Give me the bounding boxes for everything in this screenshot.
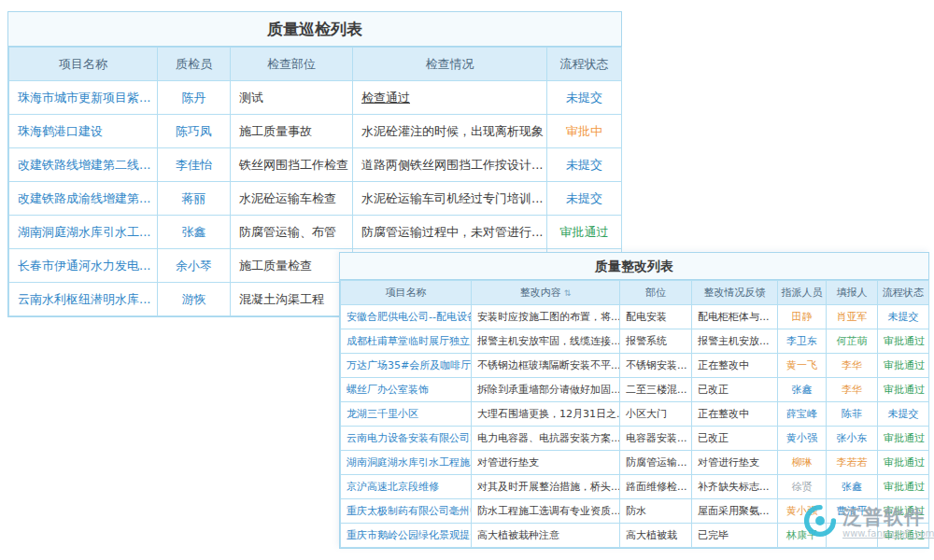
rectify-part: 配电安装: [620, 305, 692, 329]
inspection-part: 铁丝网围挡工作检查: [231, 148, 353, 182]
inspection-part: 施工质量检查: [231, 249, 353, 283]
rectify-content: 电力电容器、电抗器安装方案...: [472, 427, 620, 451]
project-name-link[interactable]: 珠海鹤港口建设: [9, 115, 158, 148]
rectify-content: 报警主机安放牢固，线缆连接...: [472, 329, 620, 354]
reporter-name: 肖亚军: [827, 305, 878, 329]
rectify-content: 安装时应按施工图的布置，将...: [472, 305, 620, 329]
rectify-row: 京沪高速北京段维修对其及时开展整治措施，桥头...路面维修检...补齐缺失标志.…: [341, 475, 929, 499]
inspector-name: 游恢: [158, 283, 231, 316]
project-name-link[interactable]: 万达广场35#会所及咖啡厅空...: [341, 354, 472, 378]
project-name-link[interactable]: 京沪高速北京段维修: [341, 475, 472, 499]
workflow-status: 审批通过: [878, 354, 929, 378]
inspection-part: 水泥砼运输车检查: [231, 182, 353, 216]
rectify-row: 成都杜甫草堂临时展厅独立展...报警主机安放牢固，线缆连接...报警系统报警主机…: [341, 329, 929, 354]
workflow-status: 未提交: [547, 81, 622, 115]
rectify-feedback: 正在整改中: [692, 402, 778, 427]
project-name-link[interactable]: 改建铁路成渝线增建第...: [9, 182, 158, 216]
workflow-status: 审批通过: [878, 427, 929, 451]
project-name-link[interactable]: 云南水利枢纽潜明水库...: [9, 283, 158, 316]
project-name-link[interactable]: 云南电力设备安装有限公司20...: [341, 427, 472, 451]
watermark: 泛普软件 www.fanpusoft.com: [803, 504, 934, 541]
rectify-feedback: 屋面采用聚氨...: [692, 499, 778, 524]
rectify-column-header: 项目名称: [341, 281, 472, 305]
rectify-content: 对管进行垫支: [472, 451, 620, 475]
sort-icon[interactable]: ⇅: [564, 288, 572, 298]
rectify-feedback: 补齐缺失标志...: [692, 475, 778, 499]
rectify-content: 防水工程施工选调有专业资质...: [472, 499, 620, 524]
rectify-feedback: 正在整改中: [692, 354, 778, 378]
project-name-link[interactable]: 安徽合肥供电公司--配电设备...: [341, 305, 472, 329]
rectify-content: 拆除到承重墙部分请做好加固...: [472, 378, 620, 402]
rectify-content: 大理石围墙更换，12月31日之...: [472, 402, 620, 427]
watermark-site: www.fanpusoft.com: [842, 528, 934, 539]
rectify-column-header: 整改内容⇅: [472, 281, 620, 305]
rectify-part: 防水: [620, 499, 692, 524]
rectify-part: 高大植被栽: [620, 524, 692, 548]
workflow-status: 审批通过: [878, 451, 929, 475]
inspection-situation: 水泥砼灌注的时候，出现离析现象: [353, 115, 547, 148]
rectify-part: 防腐管运输...: [620, 451, 692, 475]
project-name-link[interactable]: 成都杜甫草堂临时展厅独立展...: [341, 329, 472, 354]
watermark-brand: 泛普软件: [842, 507, 934, 528]
inspection-row: 珠海鹤港口建设陈巧凤施工质量事故水泥砼灌注的时候，出现离析现象审批中: [9, 115, 622, 148]
assignee-name: 田静: [778, 305, 827, 329]
inspector-name: 陈丹: [158, 81, 231, 115]
workflow-status: 未提交: [878, 402, 929, 427]
inspection-header-row: 项目名称质检员检查部位检查情况流程状态: [9, 48, 622, 81]
rectify-column-header: 部位: [620, 281, 692, 305]
project-name-link[interactable]: 湖南洞庭湖水库引水工程施工标: [341, 451, 472, 475]
rectify-row: 安徽合肥供电公司--配电设备...安装时应按施工图的布置，将...配电安装配电柜…: [341, 305, 929, 329]
inspector-name: 蒋丽: [158, 182, 231, 216]
inspection-part: 测试: [231, 81, 353, 115]
reporter-name: 李若若: [827, 451, 878, 475]
rectify-part: 不锈钢安装...: [620, 354, 692, 378]
inspection-situation: 水泥砼运输车司机经过专门培训...: [353, 182, 547, 216]
inspection-column-header: 流程状态: [547, 48, 622, 81]
workflow-status: 审批通过: [878, 378, 929, 402]
inspection-part: 混凝土沟渠工程: [231, 283, 353, 316]
project-name-link[interactable]: 长春市伊通河水力发电...: [9, 249, 158, 283]
inspection-row: 改建铁路线增建第二线...李佳怡铁丝网围挡工作检查道路两侧铁丝网围挡工作按设计.…: [9, 148, 622, 182]
rectify-column-header: 填报人: [827, 281, 878, 305]
assignee-name: 李卫东: [778, 329, 827, 354]
workflow-status: 未提交: [547, 182, 622, 216]
project-name-link[interactable]: 重庆市鹅岭公园绿化景观提升...: [341, 524, 472, 548]
fanpu-logo-icon: [803, 504, 837, 541]
inspection-part: 施工质量事故: [231, 115, 353, 148]
rectify-content: 对其及时开展整治措施，桥头...: [472, 475, 620, 499]
rectify-column-header: 指派人员: [778, 281, 827, 305]
rectify-header-row: 项目名称整改内容⇅部位整改情况反馈指派人员填报人流程状态: [341, 281, 929, 305]
rectify-row: 龙湖三千里小区大理石围墙更换，12月31日之...小区大门正在整改中薛宝峰陈菲未…: [341, 402, 929, 427]
workflow-status: 未提交: [547, 148, 622, 182]
rectify-part: 电容器安装...: [620, 427, 692, 451]
rectify-part: 小区大门: [620, 402, 692, 427]
rectify-content: 不锈钢边框玻璃隔断安装不平...: [472, 354, 620, 378]
rectify-column-header: 整改情况反馈: [692, 281, 778, 305]
assignee-name: 柳琳: [778, 451, 827, 475]
rectify-list-title: 质量整改列表: [340, 253, 928, 280]
rectify-row: 湖南洞庭湖水库引水工程施工标对管进行垫支防腐管运输...对管进行垫支柳琳李若若审…: [341, 451, 929, 475]
rectify-column-header: 流程状态: [878, 281, 929, 305]
rectify-part: 报警系统: [620, 329, 692, 354]
project-name-link[interactable]: 螺丝厂办公室装饰: [341, 378, 472, 402]
rectify-content: 高大植被栽种注意: [472, 524, 620, 548]
inspection-row: 珠海市城市更新项目紫...陈丹测试检查通过未提交: [9, 81, 622, 115]
project-name-link[interactable]: 珠海市城市更新项目紫...: [9, 81, 158, 115]
rectify-part: 二至三楼混...: [620, 378, 692, 402]
inspection-situation: 防腐管运输过程中，未对管进行...: [353, 216, 547, 249]
workflow-status: 未提交: [878, 305, 929, 329]
inspection-situation: 道路两侧铁丝网围挡工作按设计...: [353, 148, 547, 182]
reporter-name: 张小东: [827, 427, 878, 451]
inspection-column-header: 项目名称: [9, 48, 158, 81]
rectify-feedback: 对管进行垫支: [692, 451, 778, 475]
project-name-link[interactable]: 湖南洞庭湖水库引水工...: [9, 216, 158, 249]
project-name-link[interactable]: 龙湖三千里小区: [341, 402, 472, 427]
rectify-feedback: 报警主机安放...: [692, 329, 778, 354]
rectify-row: 云南电力设备安装有限公司20...电力电容器、电抗器安装方案...电容器安装..…: [341, 427, 929, 451]
workflow-status: 审批通过: [547, 216, 622, 249]
inspection-column-header: 检查部位: [231, 48, 353, 81]
reporter-name: 张鑫: [827, 475, 878, 499]
project-name-link[interactable]: 重庆太极制药有限公司毫州中...: [341, 499, 472, 524]
assignee-name: 黄一飞: [778, 354, 827, 378]
project-name-link[interactable]: 改建铁路线增建第二线...: [9, 148, 158, 182]
